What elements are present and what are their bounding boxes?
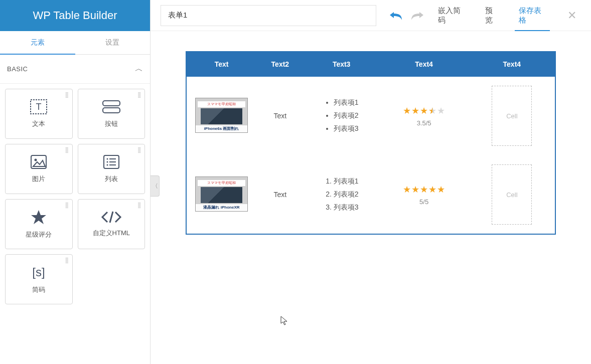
sidebar-tabs: 元素 设置 <box>0 31 150 55</box>
rating-text: 3.5/5 <box>384 119 464 127</box>
table-row[interactable]: スママモ 甲府昭和iPhone6s 画面割れText列表项1列表项2列表项3★★… <box>186 77 555 155</box>
star-rating: ★★★★★ <box>384 184 464 195</box>
svg-line-13 <box>110 212 113 223</box>
svg-text:T: T <box>36 102 42 112</box>
element-list-label: 列表 <box>105 174 118 184</box>
element-html[interactable]: ≡≡ 自定义HTML <box>78 199 145 249</box>
cell-placeholder[interactable]: Cell <box>469 77 555 155</box>
button-icon <box>101 99 121 114</box>
element-list[interactable]: ≡≡ 列表 <box>78 144 145 194</box>
drag-grip-icon: ≡≡ <box>138 147 141 153</box>
element-text-label: 文本 <box>32 119 45 128</box>
table-title-input[interactable] <box>161 5 376 26</box>
cell-rating[interactable]: ★★★★★5/5 <box>379 155 469 235</box>
list-item[interactable]: 列表项2 <box>334 109 359 122</box>
list-icon <box>103 154 120 169</box>
drag-grip-icon: ≡≡ <box>138 202 141 208</box>
element-button[interactable]: ≡≡ 按钮 <box>78 89 145 139</box>
cell-rating[interactable]: ★★★★★★3.5/5 <box>379 77 469 155</box>
svg-point-9 <box>106 161 108 163</box>
close-button[interactable]: ✕ <box>563 6 581 26</box>
element-image[interactable]: ≡≡ 图片 <box>5 144 73 194</box>
table-canvas[interactable]: Text Text2 Text3 Text4 Text4 スママモ 甲府昭和iP… <box>151 31 591 364</box>
drag-grip-icon: ≡≡ <box>65 257 69 263</box>
section-basic-header[interactable]: BASIC ︿ <box>0 55 150 84</box>
save-table-button[interactable]: 保存表格 <box>512 0 553 31</box>
list-item[interactable]: 列表项2 <box>334 188 359 201</box>
drag-grip-icon: ≡≡ <box>65 92 69 98</box>
undo-button[interactable] <box>388 7 404 24</box>
element-html-label: 自定义HTML <box>93 229 130 238</box>
topbar: 嵌入简码 预览 保存表格 ✕ <box>151 0 591 31</box>
element-shortcode-label: 简码 <box>32 285 45 294</box>
empty-cell-placeholder[interactable]: Cell <box>492 86 532 146</box>
cell-image[interactable]: スママモ 甲府昭和iPhone6s 画面割れ <box>186 77 256 155</box>
code-icon <box>100 211 122 224</box>
table-header[interactable]: Text <box>186 52 256 77</box>
svg-rect-3 <box>103 108 120 113</box>
thumbnail[interactable]: スママモ 甲府昭和iPhone6s 画面割れ <box>195 98 248 133</box>
preview-table[interactable]: Text Text2 Text3 Text4 Text4 スママモ 甲府昭和iP… <box>186 51 556 235</box>
cell-text[interactable]: Text <box>256 77 304 155</box>
svg-point-5 <box>35 159 37 161</box>
shortcode-icon: [s] <box>27 264 50 280</box>
drag-grip-icon: ≡≡ <box>65 202 69 208</box>
list-item[interactable]: 列表项1 <box>334 96 359 109</box>
list-item[interactable]: 列表项3 <box>334 201 359 214</box>
drag-grip-icon: ≡≡ <box>138 92 141 98</box>
thumbnail[interactable]: スママモ 甲府昭和液晶漏れ iPhoneXR <box>195 176 248 212</box>
element-text[interactable]: ≡≡ T 文本 <box>5 89 73 139</box>
image-icon <box>30 154 47 169</box>
svg-text:[s]: [s] <box>33 265 45 279</box>
list-item[interactable]: 列表项3 <box>334 122 359 135</box>
list-item[interactable]: 列表项1 <box>334 175 359 188</box>
table-header[interactable]: Text2 <box>256 52 304 77</box>
cell-list[interactable]: 列表项1列表项2列表项3 <box>304 77 379 155</box>
chevron-up-icon: ︿ <box>135 64 143 74</box>
element-shortcode[interactable]: ≡≡ [s] 简码 <box>5 254 73 304</box>
tab-elements[interactable]: 元素 <box>0 31 75 54</box>
redo-button[interactable] <box>410 7 425 24</box>
star-rating: ★★★★★★ <box>384 105 464 116</box>
text-icon: T <box>30 99 47 114</box>
svg-point-11 <box>106 164 108 166</box>
table-header[interactable]: Text4 <box>469 52 555 77</box>
table-header-row[interactable]: Text Text2 Text3 Text4 Text4 <box>186 52 555 77</box>
elements-grid: ≡≡ T 文本 ≡≡ 按钮 ≡≡ 图片 ≡ <box>0 84 150 309</box>
app-logo: WP Table Builder <box>0 0 150 31</box>
element-rating[interactable]: ≡≡ 星级评分 <box>5 199 73 249</box>
cell-placeholder[interactable]: Cell <box>469 155 555 235</box>
sidebar-collapse-toggle[interactable]: 〈 <box>151 175 160 197</box>
sidebar: WP Table Builder 元素 设置 BASIC ︿ ≡≡ T 文本 ≡… <box>0 0 151 364</box>
cell-text[interactable]: Text <box>256 155 304 235</box>
table-header[interactable]: Text3 <box>304 52 379 77</box>
table-row[interactable]: スママモ 甲府昭和液晶漏れ iPhoneXRText列表项1列表项2列表项3★★… <box>186 155 555 235</box>
star-icon <box>30 209 47 225</box>
drag-grip-icon: ≡≡ <box>65 147 69 153</box>
main-area: 嵌入简码 预览 保存表格 ✕ Text Text2 Text3 Text4 Te… <box>151 0 591 364</box>
element-button-label: 按钮 <box>105 119 118 128</box>
preview-button[interactable]: 预览 <box>478 0 506 31</box>
rating-text: 5/5 <box>384 198 464 206</box>
svg-rect-2 <box>103 101 120 106</box>
element-image-label: 图片 <box>32 174 45 184</box>
section-basic-label: BASIC <box>7 65 28 73</box>
empty-cell-placeholder[interactable]: Cell <box>492 164 532 225</box>
tab-settings[interactable]: 设置 <box>75 31 151 54</box>
cell-list[interactable]: 列表项1列表项2列表项3 <box>304 155 379 235</box>
embed-shortcode-button[interactable]: 嵌入简码 <box>431 0 472 31</box>
svg-point-7 <box>106 158 108 160</box>
element-rating-label: 星级评分 <box>26 230 52 239</box>
cell-image[interactable]: スママモ 甲府昭和液晶漏れ iPhoneXR <box>186 155 256 235</box>
table-header[interactable]: Text4 <box>379 52 469 77</box>
